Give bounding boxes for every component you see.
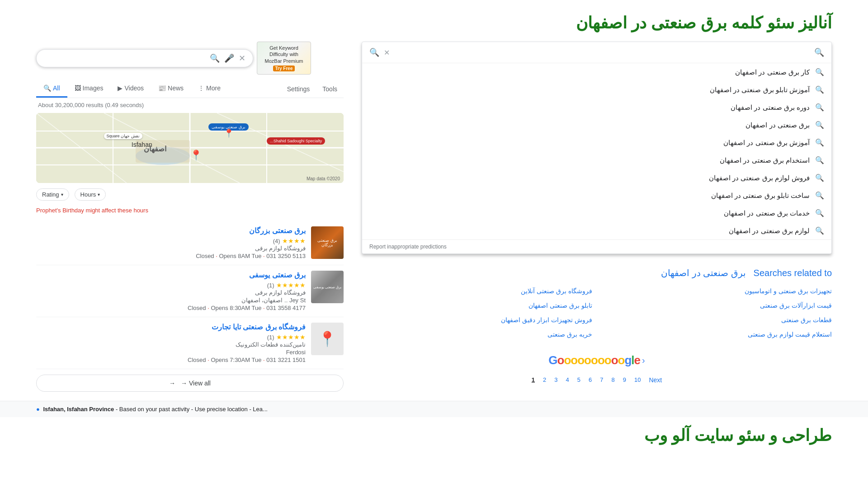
tab-images[interactable]: 🖼 Images — [67, 80, 111, 98]
close-icon[interactable]: ✕ — [239, 53, 245, 63]
pag-num-5[interactable]: 5 — [574, 375, 584, 385]
tab-more-label: More — [206, 84, 221, 92]
related-item-3[interactable]: قیمت ابزارآلات برق صنعتی — [601, 300, 832, 311]
mic-icon[interactable]: 🎤 — [224, 53, 234, 63]
pag-num-1[interactable]: 1 — [528, 375, 538, 385]
business-status-3: Closed · Opens 7:30AM Tue · 031 3221 150… — [36, 357, 306, 363]
pag-num-9[interactable]: 9 — [619, 375, 630, 385]
pag-letter-o8: o — [604, 353, 611, 367]
search-tabs: 🔍 All 🖼 Images ▶ Videos 📰 News ⋮ More Se… — [36, 80, 344, 98]
autocomplete-close-icon[interactable]: ✕ — [384, 48, 390, 57]
ads-badge-cta[interactable]: Try Free — [273, 66, 295, 71]
hours-filter[interactable]: Hours ▾ — [75, 188, 106, 201]
suggest-text-5: آموزش برق صنعتی در اصفهان — [723, 139, 810, 147]
list-item[interactable]: 🔍 دوره برق صنعتی در اصفهان — [362, 99, 831, 116]
business-name-3[interactable]: فروشگاه برق صنعتی تایا تجارت — [36, 323, 306, 331]
pagination-next-arrow[interactable]: › — [642, 355, 645, 366]
related-searches: Searches related to برق صنعتی در اصفهان … — [362, 267, 832, 340]
suggest-search-icon-5: 🔍 — [815, 138, 824, 147]
list-item[interactable]: 🔍 استخدام برق صنعتی در اصفهان — [362, 151, 831, 169]
tools-button[interactable]: Tools — [316, 81, 344, 97]
related-item-8[interactable]: خریه برق صنعتی — [362, 329, 592, 340]
bottom-title: طراحی و سئو سایت آلو وب — [0, 417, 868, 454]
related-item-4[interactable]: تابلو برق صنعتی اصفهان — [362, 300, 592, 311]
tab-all[interactable]: 🔍 All — [36, 80, 67, 98]
autocomplete-footer[interactable]: Report inappropriate predictions — [362, 239, 831, 253]
search-input[interactable]: برق صنعتی در اصفهان — [44, 54, 210, 62]
suggest-search-icon-2: 🔍 — [815, 85, 824, 94]
search-icon[interactable]: 🔍 — [210, 53, 220, 63]
map-block[interactable]: اصفهان Isfahan نقش جهان Square برق صنعتی… — [36, 113, 344, 183]
rating-count-3: (1) — [267, 334, 274, 341]
settings-button[interactable]: Settings — [281, 81, 316, 97]
rating-filter[interactable]: Rating ▾ — [36, 188, 69, 201]
arrow-right-icon: → — [169, 380, 175, 387]
pag-num-3[interactable]: 3 — [551, 375, 561, 385]
related-item-6[interactable]: فروش تجهیزات ابزار دقیق اصفهان — [362, 314, 592, 325]
filter-row: Rating ▾ Hours ▾ — [36, 188, 344, 201]
pagination-next-label[interactable]: Next — [645, 375, 665, 385]
location-name: Isfahan, Isfahan Province — [43, 406, 114, 413]
business-address-2: Jey St .. اصفهان، اصفهان — [36, 297, 306, 304]
pag-letter-o5: o — [584, 353, 591, 367]
list-item[interactable]: 🔍 لوازم برق صنعتی در اصفهان — [362, 222, 831, 239]
list-item[interactable]: 🔍 آموزش تابلو برق صنعتی در اصفهان — [362, 81, 831, 99]
business-name-1[interactable]: برق صنعتی بزرگان — [36, 226, 306, 235]
suggest-text-4: برق صنعتی در اصفهان — [745, 121, 810, 129]
autocomplete-input[interactable]: برق صنعتی در اصفهان — [394, 48, 810, 56]
pag-num-10[interactable]: 10 — [631, 375, 644, 385]
suggest-text-9: خدمات برق صنعتی در اصفهان — [724, 209, 810, 217]
search-bar[interactable]: ✕ 🎤 🔍 برق صنعتی در اصفهان — [36, 49, 253, 67]
related-item-2[interactable]: فروشگاه برق صنعتی آنلاین — [362, 286, 592, 296]
thumb-placeholder-2: برق صنعتی یوسفی — [311, 271, 344, 303]
tab-videos[interactable]: ▶ Videos — [110, 80, 151, 98]
suggest-text-8: ساخت تابلو برق صنعتی در اصفهان — [711, 192, 810, 200]
list-item[interactable]: 🔍 آموزش برق صنعتی در اصفهان — [362, 134, 831, 151]
location-suffix: - Based on your past activity - Use prec… — [116, 406, 268, 413]
tab-more[interactable]: ⋮ More — [191, 80, 228, 98]
hours-arrow-icon: ▾ — [98, 192, 100, 197]
search-tabs-right: Settings Tools — [281, 81, 344, 97]
related-item-1[interactable]: تجهیزات برق صنعتی و اتوماسیون — [601, 286, 832, 296]
pag-num-4[interactable]: 4 — [562, 375, 573, 385]
list-item[interactable]: 🔍 ساخت تابلو برق صنعتی در اصفهان — [362, 187, 831, 204]
view-all-button[interactable]: → → View all — [36, 375, 344, 392]
search-bar-left-icons: ✕ 🎤 🔍 — [210, 53, 245, 63]
autocomplete-search-button-icon[interactable]: 🔍 — [369, 47, 379, 57]
pag-letter-o6: o — [591, 353, 598, 367]
ads-badge[interactable]: Get Keyword Difficulty with MozBar Premi… — [257, 42, 311, 75]
pag-letter-o3: o — [571, 353, 577, 367]
business-type-2: فروشگاه لوازم برقی — [36, 289, 306, 296]
tab-videos-label: Videos — [124, 84, 144, 92]
pagination-numbers: 1 2 3 4 5 6 7 8 9 10 Next — [362, 375, 832, 385]
business-info-1: برق صنعتی بزرگان ★★★★ (4) فروشگاه لوازم … — [36, 226, 306, 259]
list-item[interactable]: 🔍 برق صنعتی در اصفهان — [362, 116, 831, 134]
autocomplete-suggestions: 🔍 کار برق صنعتی در اصفهان 🔍 آموزش تابلو … — [362, 63, 831, 239]
pag-num-8[interactable]: 8 — [608, 375, 618, 385]
business-name-2[interactable]: برق صنعتی یوسفی — [36, 271, 306, 279]
business-thumb-2: برق صنعتی یوسفی — [311, 271, 344, 303]
business-type-1: فروشگاه لوازم برقی — [36, 245, 306, 252]
pag-num-6[interactable]: 6 — [585, 375, 595, 385]
stars-1: ★★★★ — [282, 237, 306, 244]
stars-3: ★★★★★ — [276, 333, 306, 341]
list-item[interactable]: 🔍 خدمات برق صنعتی در اصفهان — [362, 204, 831, 222]
related-title-prefix: Searches related to — [754, 268, 832, 278]
pag-num-7[interactable]: 7 — [596, 375, 607, 385]
tab-news[interactable]: 📰 News — [151, 80, 191, 98]
location-dot-icon: ● — [36, 406, 40, 413]
all-icon: 🔍 — [43, 84, 51, 92]
hours-filter-label: Hours — [80, 191, 96, 198]
suggest-search-icon-10: 🔍 — [815, 226, 824, 235]
related-item-7[interactable]: استعلام قیمت لوازم برق صنعتی — [601, 329, 832, 340]
list-item[interactable]: 🔍 کار برق صنعتی در اصفهان — [362, 63, 831, 81]
pin-icon: 📍 — [318, 330, 336, 347]
pag-letter-o1: o — [557, 353, 564, 367]
related-item-5[interactable]: قطعات برق صنعتی — [601, 314, 832, 325]
list-item: برق صنعتی بزرگان ★★★★ (4) فروشگاه لوازم … — [36, 221, 344, 265]
pag-num-2[interactable]: 2 — [539, 375, 550, 385]
list-item[interactable]: 🔍 فروش لوازم برق صنعتی در اصفهان — [362, 169, 831, 187]
related-grid: تجهیزات برق صنعتی و اتوماسیون فروشگاه بر… — [362, 286, 832, 340]
tab-images-label: Images — [83, 84, 104, 92]
related-title-keyword: برق صنعتی در اصفهان — [661, 268, 746, 278]
